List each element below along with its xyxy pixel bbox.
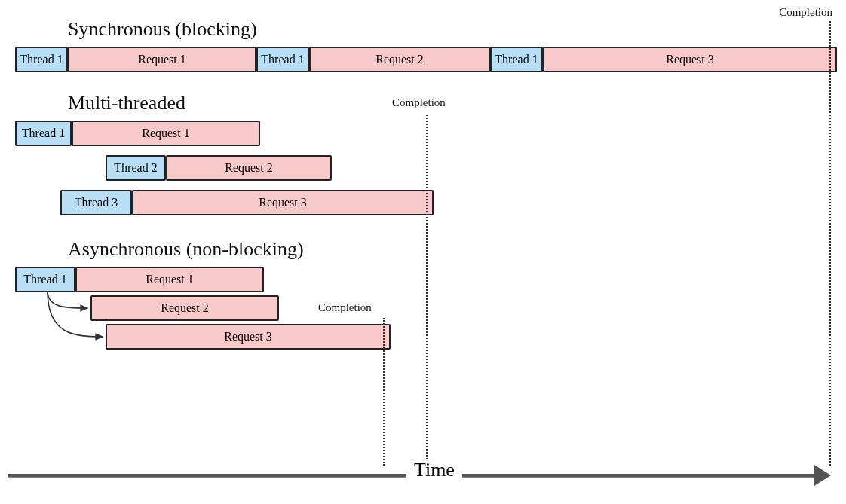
thread-block: Thread 2 xyxy=(106,155,166,181)
thread-block: Thread 1 xyxy=(256,47,309,72)
request-block: Request 2 xyxy=(309,47,490,72)
request-block: Request 1 xyxy=(75,267,264,292)
multi-row-2: Thread 2 Request 2 xyxy=(8,155,838,184)
thread-block: Thread 1 xyxy=(490,47,543,72)
time-axis: Time xyxy=(8,459,838,489)
request-block: Request 2 xyxy=(166,155,332,181)
request-block: Request 1 xyxy=(68,47,256,72)
request-block: Request 1 xyxy=(72,121,260,146)
multi-completion-label: Completion xyxy=(392,96,446,109)
sync-completion-line xyxy=(829,21,831,466)
sync-title: Synchronous (blocking) xyxy=(68,18,838,41)
thread-block: Thread 3 xyxy=(60,190,132,215)
arrow-icon xyxy=(44,289,112,348)
async-container: Thread 1 Request 1 Request 2 Request 3 xyxy=(8,267,838,357)
thread-block: Thread 1 xyxy=(15,47,68,72)
sync-completion-label: Completion xyxy=(779,6,832,19)
request-block: Request 2 xyxy=(90,295,279,321)
request-block: Request 3 xyxy=(106,324,391,350)
async-completion-line xyxy=(383,318,385,466)
arrow-right-icon xyxy=(814,465,831,486)
request-block: Request 3 xyxy=(543,47,837,72)
sync-row: Thread 1 Request 1 Thread 1 Request 2 Th… xyxy=(8,47,838,75)
multi-row-1: Thread 1 Request 1 xyxy=(8,121,838,149)
time-axis-label: Time xyxy=(406,459,462,481)
multi-title: Multi-threaded xyxy=(68,92,838,115)
request-block: Request 3 xyxy=(132,190,434,215)
thread-block: Thread 1 xyxy=(15,267,75,292)
async-title: Asynchronous (non-blocking) xyxy=(68,238,838,261)
multi-row-3: Thread 3 Request 3 xyxy=(8,190,838,218)
thread-block: Thread 1 xyxy=(15,121,72,146)
